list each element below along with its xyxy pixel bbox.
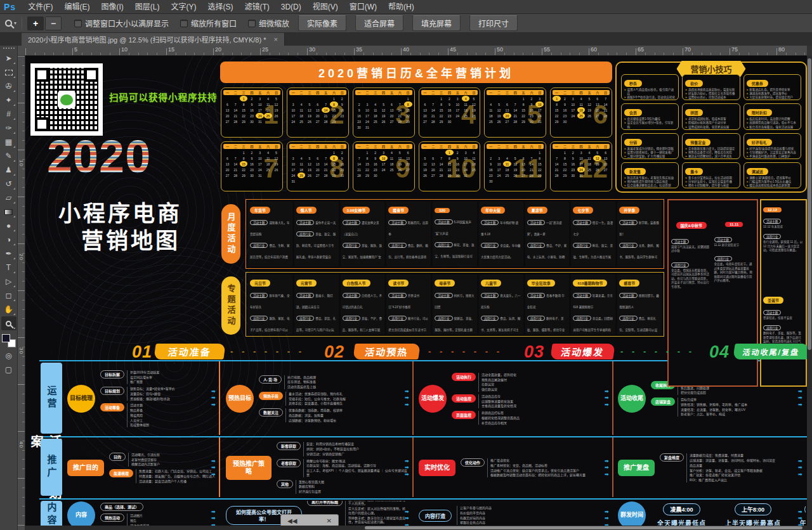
- quick-selection-tool[interactable]: ✦: [1, 93, 16, 107]
- mindmap-branch: 其他策划心智页面大图数据库物料好评返红包设置: [277, 480, 409, 494]
- tip-label: 拼团: [685, 109, 703, 116]
- brush-tool[interactable]: ✎: [1, 149, 16, 163]
- blur-tool[interactable]: ●: [1, 219, 16, 233]
- healing-brush-tool[interactable]: ▦: [1, 135, 16, 149]
- rewind-icon[interactable]: ◀◀: [287, 517, 297, 524]
- calendar-banner: 2020营销日历&全年营销计划: [220, 61, 612, 83]
- flow-arrows: ➡➡➡: [211, 389, 216, 408]
- menu-item-4[interactable]: 文字(Y): [165, 3, 202, 11]
- mindmap-branch: 店铺复盘目标完成率销售情况：销售额、复购率、毛利率、推广成本流量情况：总流量、访…: [651, 398, 747, 417]
- type-tool[interactable]: T: [1, 261, 16, 275]
- history-brush-tool[interactable]: ↺: [1, 177, 16, 191]
- gradient-tool[interactable]: [1, 205, 16, 219]
- vertical-scrollbar-thumb[interactable]: [808, 58, 811, 350]
- document-tab[interactable]: 2020小程序电商营销地图.jpg @ 12.5% (扫码可以获得小程序扶持, …: [22, 33, 285, 46]
- eyedropper-tool[interactable]: ✑: [1, 121, 16, 135]
- close-icon[interactable]: ✕: [327, 517, 332, 524]
- monthly-band: 年货节 活动主题迎新春大礼，年货提前购 适用行业食品、生鲜、家居百货等，结合年前…: [246, 199, 664, 269]
- column-separator: [219, 361, 220, 435]
- menu-item-6[interactable]: 滤镜(T): [239, 3, 275, 11]
- menu-item-2[interactable]: 图像(I): [95, 3, 129, 11]
- tip-label: 秒杀: [624, 80, 642, 87]
- zoom-tool[interactable]: [1, 316, 16, 330]
- send-time: 凌晨4:00全天曝光最低点: [657, 503, 706, 527]
- year-end-0: 12.12 活动主题12.12 年末狂欢 适用行业各行业通用，延续双 11 后，…: [763, 202, 804, 293]
- clone-stamp-tool[interactable]: ♟: [1, 163, 16, 177]
- calendar-month-5: 一二三四五六日 12345678910111213141516171819202…: [484, 87, 546, 138]
- options-button-0[interactable]: 实际像素: [298, 15, 346, 31]
- poster-title-line2: 营销地图: [81, 223, 180, 255]
- row-separator: [39, 498, 807, 500]
- checkbox-box[interactable]: [248, 20, 256, 27]
- row-separator: [39, 436, 807, 437]
- horizontal-scrollbar-thumb[interactable]: [365, 526, 802, 529]
- options-checkbox-0[interactable]: 调整窗口大小以满屏显示: [74, 18, 169, 29]
- menu-item-0[interactable]: 文件(F): [22, 3, 58, 11]
- menu-item-7[interactable]: 3D(D): [275, 3, 307, 11]
- zoom-out-button[interactable]: −: [45, 16, 62, 30]
- flow-arrows: ➡➡➡: [211, 458, 216, 478]
- phase-flag-2: 活动预热: [353, 344, 421, 359]
- options-button-1[interactable]: 适合屏幕: [355, 15, 403, 31]
- vertical-scrollbar[interactable]: [807, 56, 812, 530]
- foreground-color[interactable]: [2, 334, 10, 342]
- zoom-in-button[interactable]: +: [27, 16, 44, 30]
- palette-grip[interactable]: [3, 48, 15, 49]
- screen-mode-tool[interactable]: ▢: [1, 363, 16, 377]
- crop-tool[interactable]: #: [1, 107, 16, 121]
- rectangular-marquee-tool[interactable]: [1, 65, 16, 79]
- mindmap-cell-r1p1: 目标梳理目标拆解复盘2019年活动结果设定同比增长率推广预算目标规划销售目标：流…: [66, 364, 217, 434]
- phase-number-2: 02: [324, 342, 344, 362]
- menu-item-9[interactable]: 窗口(W): [344, 3, 383, 11]
- rectangle-shape-tool[interactable]: ◻: [1, 288, 16, 302]
- menu-item-10[interactable]: 帮助(H): [383, 3, 420, 11]
- pen-tool[interactable]: ✒: [1, 247, 16, 261]
- mindmap-branch: 活动监控活动商品库存店铺整体流量转化效果主推商品流量及转化情况: [452, 394, 520, 408]
- checkbox-box[interactable]: [180, 20, 188, 27]
- mindmap-cell-r2p3: 实时优化优化动作推广渠道优化推广素材优化：文案、商品图、活动标签活动推广引流点优…: [417, 440, 608, 496]
- options-button-3[interactable]: 打印尺寸: [469, 15, 518, 31]
- column-separator: [612, 437, 613, 497]
- options-checkbox-1[interactable]: 缩放所有窗口: [180, 18, 237, 29]
- calendar-month-6: 一二三四五六日 12345678910111213141516171819202…: [550, 87, 612, 138]
- horizontal-scrollbar[interactable]: [25, 526, 807, 530]
- mindmap-root: 活动收尾: [618, 385, 646, 413]
- wechat-icon: [58, 91, 75, 108]
- tip-label: 优惠券: [747, 80, 768, 87]
- hand-tool[interactable]: ✋: [1, 302, 16, 316]
- menu-item-5[interactable]: 选择(S): [202, 3, 239, 11]
- horizontal-ruler[interactable]: 5101520253035404550556065707580: [25, 46, 807, 56]
- menu-item-1[interactable]: 编辑(E): [58, 3, 95, 11]
- quick-mask-tool[interactable]: ◎: [1, 349, 16, 363]
- mindmap-root: 目标梳理: [67, 385, 95, 413]
- tip-card-2: 优惠券 新客进店礼券，提升首单转化率满减券刺激凑单，提高客单价大促前发放限时券，…: [743, 74, 801, 100]
- qr-code: [30, 63, 103, 136]
- document-canvas[interactable]: 扫码可以获得小程序扶持 2020 小程序电商 营销地图 2020营销日历&全年营…: [25, 56, 807, 530]
- calendar-month-10: 一二三四五六日 12345678910111213141516171819202…: [419, 141, 481, 191]
- move-tool[interactable]: ➤: [1, 51, 16, 65]
- lasso-tool[interactable]: ✇: [1, 79, 16, 93]
- options-checkbox-2[interactable]: 细微缩放: [248, 18, 289, 29]
- ps-logo: Ps: [0, 2, 22, 12]
- row-label-0: 运营: [41, 363, 62, 434]
- eraser-tool[interactable]: ▱: [1, 191, 16, 205]
- marketing-tips-panel: 营销小技巧 秒杀 设置人气商品低价秒杀，吸引用户进店搭配3-5个秒杀款引流，带动…: [615, 61, 807, 193]
- menu-item-8[interactable]: 视图(V): [307, 3, 344, 11]
- mindmap-branch: 目的活动曝光、引流拉新老客付费促活留存唤醒活动内沉默客户: [109, 453, 215, 467]
- tip-card-0: 秒杀 设置人气商品低价秒杀，吸引用户进店搭配3-5个秒杀款引流，带动全店转化限时…: [621, 74, 679, 100]
- checkbox-box[interactable]: [74, 20, 82, 27]
- menu-item-3[interactable]: 图层(L): [129, 3, 166, 11]
- vertical-ruler[interactable]: 10203040: [18, 56, 25, 530]
- monthly-card-1: 情人节 活动主题爱你不止这一天 适用行业美妆、珠宝、服饰、鲜花等，可设置情人节专…: [294, 202, 339, 266]
- close-icon[interactable]: ×: [273, 36, 277, 43]
- tip-card-11: 满减送 满额立减/满赠组合，提高客单价门槛设置为客单价1.5倍左右最佳赠品选高感…: [743, 162, 801, 188]
- floating-toolbar[interactable]: ◀◀ ✕: [280, 514, 339, 527]
- column-separator: [412, 361, 414, 435]
- calendar-month-3: 一二三四五六日 12345678910111213141516171819202…: [353, 87, 415, 138]
- mindmap-branch: 预热手段蓄水活动：优惠券提前领取、预约有礼常规手段：短信、公众号推文、社群海报其…: [259, 392, 346, 406]
- chevron-down-icon[interactable]: ▾: [14, 20, 16, 26]
- options-button-2[interactable]: 填充屏幕: [412, 15, 461, 31]
- zoom-tool-icon[interactable]: ▾: [5, 20, 16, 27]
- dodge-tool[interactable]: ◑: [1, 233, 16, 247]
- path-selection-tool[interactable]: ▷: [1, 275, 16, 288]
